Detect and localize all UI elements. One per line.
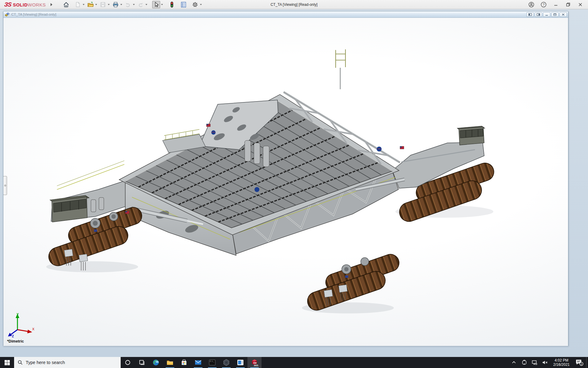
- window-app-icon: [237, 359, 244, 366]
- taskbar-solidworks[interactable]: SW 2021: [247, 357, 262, 368]
- taskbar-hexagon-app[interactable]: [219, 357, 233, 368]
- taskbar-search-input[interactable]: Type here to search: [14, 357, 121, 368]
- file-properties-icon: [180, 2, 187, 8]
- undo-icon: [125, 2, 131, 8]
- solidworks-app-window: ЗS SOLID WORKS: [0, 0, 588, 368]
- doc-close-button[interactable]: [560, 12, 567, 17]
- redo-button[interactable]: [137, 1, 145, 8]
- rebuild-stoplight-button[interactable]: [168, 1, 176, 8]
- new-document-icon: [75, 2, 81, 8]
- edge-icon: [153, 359, 159, 366]
- right-operator-cab: [457, 126, 485, 145]
- svg-text:2: 2: [581, 362, 582, 366]
- microsoft-store-icon: [181, 359, 187, 366]
- command-prompt-icon: C:\_: [209, 359, 216, 366]
- notification-bubble-icon: 2: [575, 359, 583, 366]
- restore-button[interactable]: [563, 1, 573, 9]
- tray-device-button[interactable]: [519, 357, 530, 368]
- new-document-button[interactable]: [74, 1, 82, 8]
- cortana-icon: [125, 360, 130, 365]
- file-properties-button[interactable]: [179, 1, 187, 8]
- start-button[interactable]: [0, 357, 14, 368]
- crawler-transporter-model[interactable]: [3, 18, 568, 346]
- action-center-button[interactable]: 2: [573, 357, 586, 368]
- select-dropdown-caret[interactable]: [161, 4, 163, 5]
- document-titlebar[interactable]: CT_TA [Viewing] [Read-only]: [3, 11, 568, 18]
- solidworks-2021-icon: SW 2021: [251, 358, 258, 366]
- windows-taskbar: Type here to search: [0, 357, 588, 368]
- close-button[interactable]: [575, 1, 586, 9]
- show-desktop-button[interactable]: [586, 357, 588, 368]
- chevron-up-icon: [512, 360, 516, 365]
- solidworks-logo[interactable]: ЗS SOLID WORKS: [0, 1, 49, 8]
- account-button[interactable]: [526, 1, 537, 9]
- stoplight-icon: [169, 1, 175, 8]
- taskbar-mail[interactable]: [191, 357, 205, 368]
- network-button[interactable]: [530, 357, 540, 368]
- system-tray: 4:02 PM 2/16/2021 2: [509, 357, 588, 368]
- brand-works: WORKS: [28, 2, 46, 7]
- taskbar-clock[interactable]: 4:02 PM 2/16/2021: [550, 357, 573, 368]
- search-icon: [18, 360, 23, 365]
- options-dropdown-caret[interactable]: [200, 4, 202, 5]
- brand-solid: SOLID: [13, 2, 28, 7]
- taskbar-command-prompt[interactable]: C:\_: [205, 357, 219, 368]
- left-operator-cab: [50, 195, 89, 222]
- taskbar-store[interactable]: [177, 357, 191, 368]
- hidden-icons-button[interactable]: [509, 357, 519, 368]
- taskbar-window-app[interactable]: [233, 357, 247, 368]
- view-orientation-label: *Dimetric: [7, 339, 24, 343]
- titlebar-right-controls: ?: [526, 1, 588, 9]
- app-titlebar: ЗS SOLID WORKS: [0, 0, 588, 9]
- help-icon: ?: [541, 2, 547, 8]
- svg-text:SW: SW: [253, 362, 257, 364]
- task-view-icon: [139, 360, 145, 365]
- doc-pane-right-button[interactable]: [535, 12, 542, 17]
- redo-dropdown-caret[interactable]: [145, 4, 147, 5]
- file-explorer-icon: [167, 359, 173, 366]
- help-button[interactable]: ?: [538, 1, 549, 9]
- minimize-button[interactable]: [551, 1, 561, 9]
- undo-button[interactable]: [124, 1, 132, 8]
- menu-expand-arrow-icon[interactable]: [51, 3, 52, 6]
- open-button[interactable]: [86, 1, 94, 8]
- hexagon-app-icon: [223, 359, 230, 366]
- taskbar-file-explorer[interactable]: [163, 357, 177, 368]
- user-account-icon: [528, 2, 534, 8]
- options-button[interactable]: [191, 1, 199, 8]
- minimize-icon: [553, 2, 558, 7]
- doc-pane-left-button[interactable]: [526, 12, 534, 17]
- print-button[interactable]: [111, 1, 119, 8]
- doc-minimize-button[interactable]: [543, 12, 550, 17]
- save-button[interactable]: [99, 1, 107, 8]
- ethernet-network-icon: [532, 360, 537, 365]
- volume-button[interactable]: [540, 357, 550, 368]
- doc-restore-button[interactable]: [551, 12, 559, 17]
- select-tool-button[interactable]: [152, 1, 160, 8]
- home-button[interactable]: [62, 1, 70, 8]
- open-folder-icon: [87, 2, 94, 8]
- document-window: CT_TA [Viewing] [Read-only]: [3, 11, 568, 346]
- 3ds-logo-icon: ЗS: [4, 1, 12, 8]
- svg-text:X: X: [32, 327, 35, 331]
- new-dropdown-caret[interactable]: [83, 4, 85, 5]
- task-view-button[interactable]: [135, 357, 149, 368]
- cortana-button[interactable]: [121, 357, 135, 368]
- undo-dropdown-caret[interactable]: [133, 4, 135, 5]
- graphics-viewport[interactable]: Y X Z *Dimetric: [3, 18, 568, 346]
- taskbar-edge[interactable]: [149, 357, 163, 368]
- tray-device-icon: [522, 360, 527, 365]
- clock-date: 2/16/2021: [553, 362, 570, 367]
- svg-text:?: ?: [543, 3, 545, 6]
- document-title: CT_TA [Viewing] [Read-only]: [11, 13, 56, 16]
- open-dropdown-caret[interactable]: [95, 4, 97, 5]
- clock-time: 4:02 PM: [555, 358, 568, 362]
- close-icon: [578, 2, 583, 7]
- save-dropdown-caret[interactable]: [108, 4, 110, 5]
- svg-text:2021: 2021: [254, 364, 258, 366]
- print-icon: [112, 2, 119, 8]
- featuremanager-collapsed-tab[interactable]: [3, 176, 7, 195]
- redo-icon: [138, 2, 144, 8]
- windows-start-icon: [5, 360, 10, 365]
- print-dropdown-caret[interactable]: [120, 4, 122, 5]
